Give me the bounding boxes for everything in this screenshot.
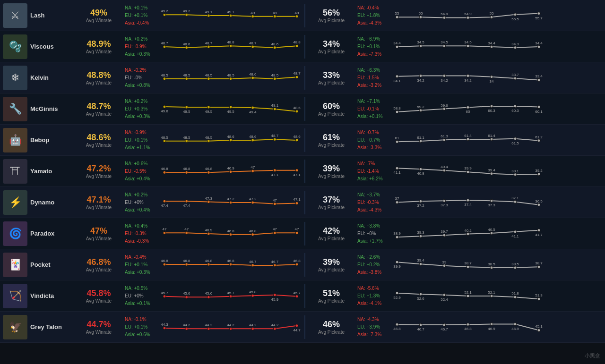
pickrate-block: 34% Avg Pickrate: [305, 39, 357, 54]
svg-text:46.8: 46.8: [249, 229, 257, 233]
svg-point-20: [537, 12, 540, 15]
svg-text:49.1: 49.1: [271, 103, 279, 108]
svg-point-76: [537, 78, 540, 81]
svg-text:33.7: 33.7: [511, 73, 519, 77]
svg-text:48.6: 48.6: [227, 135, 234, 139]
svg-text:39: 39: [442, 260, 447, 264]
svg-text:46.7: 46.7: [271, 259, 279, 263]
svg-text:46.8: 46.8: [205, 259, 213, 263]
hero-row: ⚔ Lash 49% Avg Winrate NA: +0.1% EU: +0.…: [0, 0, 605, 31]
winrate-value: 46.8%: [73, 257, 125, 267]
svg-text:51.8: 51.8: [511, 291, 519, 296]
pickrate-block: 51% Avg Pickrate: [305, 288, 357, 304]
svg-point-75: [514, 77, 517, 80]
hero-avatar: ⚔: [3, 3, 27, 28]
svg-point-89: [273, 108, 276, 110]
hero-avatar: 🏹: [3, 284, 27, 308]
pr-delta-asia: Asia: -4.3%: [357, 19, 395, 27]
pickrate-delta: NA: +6.3% EU: -1.5% Asia: -3.2%: [357, 67, 395, 89]
svg-point-142: [207, 171, 210, 174]
hero-name: Yamato: [30, 168, 73, 175]
wr-delta-na: NA: -0.9%: [125, 129, 163, 136]
winrate-label: Avg Winrate: [73, 80, 125, 85]
winrate-chart: 48.548.548.548.548.648.548.7: [163, 68, 304, 87]
svg-text:48.5: 48.5: [227, 73, 234, 77]
svg-point-57: [185, 77, 188, 80]
svg-text:61.2: 61.2: [535, 135, 543, 139]
svg-point-34: [295, 44, 298, 47]
svg-point-43: [419, 44, 422, 47]
svg-point-258: [295, 295, 298, 297]
svg-point-140: [163, 171, 166, 174]
wr-delta-asia: Asia: -0.4%: [125, 19, 163, 27]
wr-delta-eu: EU: -0.9%: [125, 43, 163, 51]
hero-name: Vindicta: [30, 292, 73, 299]
svg-point-2: [207, 14, 210, 17]
svg-text:49.2: 49.2: [183, 9, 190, 13]
svg-text:49: 49: [295, 10, 299, 15]
pickrate-value: 51%: [305, 288, 357, 298]
svg-text:49: 49: [273, 10, 277, 15]
svg-text:46.8: 46.8: [293, 259, 301, 263]
svg-point-129: [467, 138, 469, 141]
pickrate-label: Avg Pickrate: [305, 267, 357, 272]
pickrate-delta: NA: +3.7% EU: -0.3% Asia: -4.3%: [357, 191, 395, 214]
svg-point-115: [229, 139, 232, 142]
svg-text:48.7: 48.7: [271, 134, 279, 138]
winrate-label: Avg Winrate: [73, 174, 125, 179]
svg-text:47: 47: [163, 227, 167, 231]
pickrate-delta: NA: +3.8% EU: +0% Asia: +1.7%: [357, 222, 395, 245]
svg-point-224: [163, 263, 166, 266]
svg-text:52.1: 52.1: [488, 290, 495, 295]
winrate-label: Avg Winrate: [73, 298, 125, 304]
pr-delta-asia: Asia: +1.7%: [357, 237, 395, 245]
svg-point-145: [273, 169, 276, 171]
svg-point-298: [490, 322, 493, 325]
svg-point-114: [207, 139, 210, 142]
pr-delta-eu: EU: -0.3%: [357, 199, 395, 206]
svg-point-144: [251, 169, 254, 172]
pr-delta-eu: EU: +1.8%: [357, 12, 395, 19]
svg-text:45.7: 45.7: [161, 290, 168, 295]
wr-delta-eu: EU: +0.1%: [125, 261, 163, 269]
svg-point-101: [467, 106, 469, 109]
svg-text:39.9: 39.9: [464, 166, 472, 170]
wr-delta-asia: Asia: +0.6%: [125, 331, 163, 339]
wr-delta-asia: Asia: +0.3%: [125, 269, 163, 276]
winrate-value: 45.8%: [73, 288, 125, 298]
svg-text:59.6: 59.6: [441, 103, 448, 107]
winrate-value: 47.1%: [73, 195, 125, 205]
winrate-delta: NA: +0.4% EU: -0.3% Asia: -0.3%: [125, 222, 163, 245]
svg-point-185: [467, 199, 469, 202]
svg-text:37: 37: [395, 196, 399, 201]
hero-avatar: 🤖: [3, 128, 27, 152]
svg-point-28: [163, 45, 166, 48]
svg-text:60: 60: [466, 110, 470, 114]
svg-text:34.2: 34.2: [417, 78, 424, 82]
svg-text:55: 55: [395, 11, 399, 16]
svg-text:49.1: 49.1: [227, 10, 234, 14]
svg-text:48.6: 48.6: [249, 135, 257, 139]
svg-point-85: [185, 106, 188, 109]
winrate-delta: NA: +0.5% EU: +0% Asia: +0.1%: [125, 285, 163, 307]
svg-text:40.2: 40.2: [464, 228, 472, 232]
svg-point-104: [537, 105, 540, 108]
svg-point-47: [514, 46, 517, 49]
hero-name: McGinnis: [30, 105, 73, 112]
pickrate-value: 60%: [305, 102, 357, 111]
winrate-block: 49% Avg Winrate: [73, 8, 125, 23]
pickrate-value: 33%: [305, 70, 357, 80]
hero-row: 🏹 Vindicta 45.8% Avg Winrate NA: +0.5% E…: [0, 280, 605, 312]
wr-delta-eu: EU: +0%: [125, 199, 163, 206]
svg-point-126: [396, 140, 398, 143]
svg-text:48.6: 48.6: [293, 106, 301, 110]
winrate-label: Avg Winrate: [73, 267, 125, 272]
svg-point-62: [295, 76, 298, 78]
pickrate-label: Avg Pickrate: [305, 330, 357, 335]
svg-point-31: [229, 44, 232, 47]
pickrate-delta: NA: +2.6% EU: +0.2% Asia: -3.8%: [357, 254, 395, 276]
pickrate-block: 56% Avg Pickrate: [305, 8, 357, 23]
pickrate-block: 61% Avg Pickrate: [305, 133, 357, 148]
pickrate-block: 42% Avg Pickrate: [305, 226, 357, 241]
winrate-chart: 45.745.645.645.745.845.945.7: [163, 287, 304, 305]
